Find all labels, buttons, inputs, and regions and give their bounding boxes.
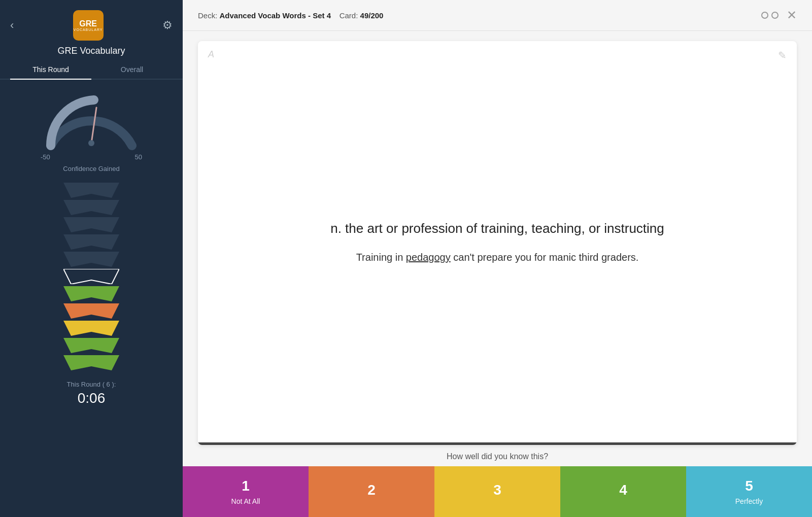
tab-overall[interactable]: Overall xyxy=(91,65,173,79)
tabs-row: This Round Overall xyxy=(0,65,183,80)
circle-1 xyxy=(761,12,768,19)
card-example: Training in pedagogy can't prepare you f… xyxy=(356,252,639,263)
chevron-green-1 xyxy=(63,286,119,301)
card-number: 49/200 xyxy=(360,11,384,20)
round-info: This Round ( 6 ): xyxy=(67,381,116,388)
header-right: ✕ xyxy=(761,8,797,22)
deck-name: Advanced Vocab Words - Set 4 xyxy=(220,11,331,20)
svg-point-1 xyxy=(88,140,94,146)
rating-button-3[interactable]: 3 xyxy=(434,466,560,517)
chevron-dark-1 xyxy=(63,183,119,198)
logo-sub: VOCABULARY xyxy=(74,28,103,31)
close-button[interactable]: ✕ xyxy=(787,8,797,22)
rating-button-2[interactable]: 2 xyxy=(309,466,434,517)
card-area: A ✎ n. the art or profession of training… xyxy=(183,31,812,445)
chevron-green-2 xyxy=(63,338,119,353)
rating-2-number: 2 xyxy=(367,482,376,498)
svg-marker-5 xyxy=(63,234,119,250)
edit-card-button[interactable]: ✎ xyxy=(778,49,787,61)
svg-marker-7 xyxy=(63,269,119,284)
main-header: Deck: Advanced Vocab Words - Set 4 Card:… xyxy=(183,0,812,31)
circle-2 xyxy=(771,12,779,19)
confidence-label: Confidence Gained xyxy=(63,165,119,173)
flashcard: A ✎ n. the art or profession of training… xyxy=(198,41,797,445)
card-label: Card: xyxy=(340,11,358,20)
rating-4-number: 4 xyxy=(619,482,627,498)
settings-button[interactable]: ⚙ xyxy=(162,19,173,32)
chevrons-stack xyxy=(63,183,119,370)
main-content: Deck: Advanced Vocab Words - Set 4 Card:… xyxy=(183,0,812,517)
svg-marker-3 xyxy=(63,200,119,215)
card-content: n. the art or profession of training, te… xyxy=(198,41,797,442)
svg-marker-4 xyxy=(63,217,119,232)
rating-5-number: 5 xyxy=(745,478,753,494)
example-suffix: can't prepare you for manic third grader… xyxy=(451,252,639,263)
example-keyword: pedagogy xyxy=(406,252,451,263)
example-prefix: Training in xyxy=(356,252,406,263)
deck-label: Deck: xyxy=(198,11,217,20)
circles-icon xyxy=(761,12,779,19)
card-progress-bar xyxy=(198,442,797,445)
gauge-svg xyxy=(41,90,142,151)
chevron-dark-4 xyxy=(63,234,119,250)
chevron-orange xyxy=(63,303,119,319)
svg-marker-11 xyxy=(63,338,119,353)
rating-5-label: Perfectly xyxy=(735,497,763,505)
svg-marker-9 xyxy=(63,303,119,319)
back-button[interactable]: ‹ xyxy=(10,19,14,32)
gauge-max: 50 xyxy=(135,153,142,161)
chevron-outline xyxy=(63,269,119,284)
chevron-dark-5 xyxy=(63,252,119,267)
chevron-yellow xyxy=(63,321,119,336)
gauge-min: -50 xyxy=(41,153,50,161)
rating-button-4[interactable]: 4 xyxy=(560,466,686,517)
svg-marker-2 xyxy=(63,183,119,198)
round-time: 0:06 xyxy=(78,390,106,406)
rating-row: 1 Not At All 2 3 4 5 Perfectly xyxy=(183,466,812,517)
chevron-dark-2 xyxy=(63,200,119,215)
chevron-green-3 xyxy=(63,355,119,370)
app-title: GRE Vocabulary xyxy=(57,46,125,56)
tab-this-round[interactable]: This Round xyxy=(10,65,91,79)
svg-marker-10 xyxy=(63,321,119,336)
deck-info: Deck: Advanced Vocab Words - Set 4 Card:… xyxy=(198,11,383,20)
rating-question: How well did you know this? xyxy=(183,445,812,466)
card-side-indicator: A xyxy=(208,49,214,60)
rating-1-label: Not At All xyxy=(231,497,260,505)
svg-marker-8 xyxy=(63,286,119,301)
chevron-dark-3 xyxy=(63,217,119,232)
sidebar-top-bar: ‹ GRE VOCABULARY ⚙ xyxy=(0,10,183,41)
sidebar: ‹ GRE VOCABULARY ⚙ GRE Vocabulary This R… xyxy=(0,0,183,517)
rating-3-number: 3 xyxy=(493,482,501,498)
rating-button-1[interactable]: 1 Not At All xyxy=(183,466,309,517)
svg-marker-12 xyxy=(63,355,119,370)
gauge-container: -50 50 Confidence Gained xyxy=(41,90,142,173)
gauge-labels: -50 50 xyxy=(41,153,142,161)
rating-1-number: 1 xyxy=(242,478,250,494)
card-definition: n. the art or profession of training, te… xyxy=(330,221,664,236)
app-logo: GRE VOCABULARY xyxy=(73,10,104,41)
logo-text: GRE xyxy=(79,20,97,28)
rating-button-5[interactable]: 5 Perfectly xyxy=(686,466,812,517)
svg-marker-6 xyxy=(63,252,119,267)
